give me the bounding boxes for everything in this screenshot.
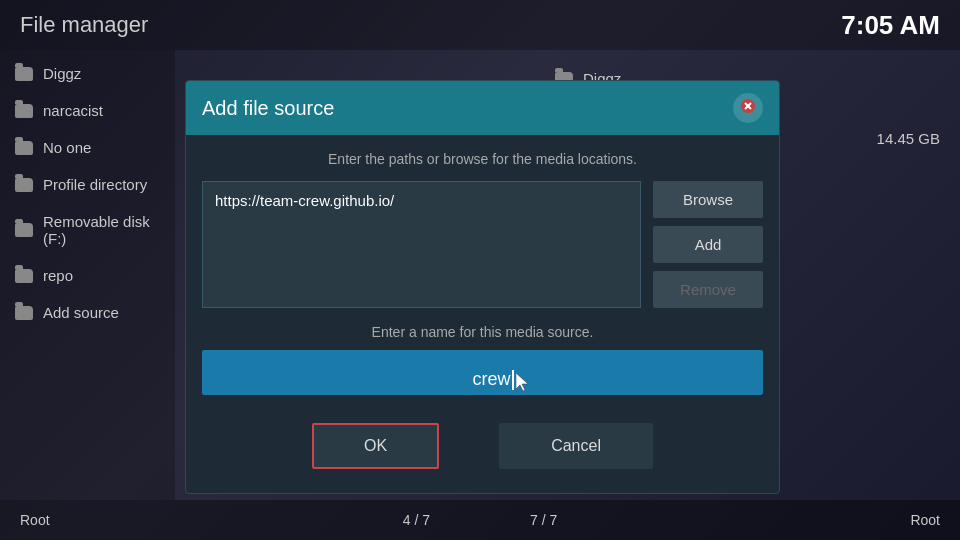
dialog-action-buttons: OK Cancel: [202, 423, 763, 477]
footer: Root 4 / 7 7 / 7 Root: [0, 500, 960, 540]
footer-right: Root: [910, 512, 940, 528]
remove-button[interactable]: Remove: [653, 271, 763, 308]
clock: 7:05 AM: [841, 10, 940, 41]
sidebar-item-label: Diggz: [43, 65, 81, 82]
folder-icon: [15, 67, 33, 81]
sidebar-item-profile-directory[interactable]: Profile directory: [0, 166, 175, 203]
cancel-button[interactable]: Cancel: [499, 423, 653, 469]
sidebar-item-label: repo: [43, 267, 73, 284]
sidebar: Diggz narcacist No one Profile directory…: [0, 50, 175, 500]
add-file-source-dialog: Add file source Enter the paths or brows…: [185, 80, 780, 494]
header: File manager 7:05 AM: [0, 0, 960, 50]
sidebar-item-repo[interactable]: repo: [0, 257, 175, 294]
browse-button[interactable]: Browse: [653, 181, 763, 218]
app-title: File manager: [20, 12, 148, 38]
sidebar-item-label: Profile directory: [43, 176, 147, 193]
action-buttons: Browse Add Remove: [653, 181, 763, 308]
url-area[interactable]: https://team-crew.github.io/: [202, 181, 641, 308]
media-source-name-input[interactable]: [202, 350, 763, 395]
dialog-body: Enter the paths or browse for the media …: [186, 135, 779, 493]
folder-icon: [15, 306, 33, 320]
dialog-content-row: https://team-crew.github.io/ Browse Add …: [202, 181, 763, 308]
folder-icon: [15, 223, 33, 237]
sidebar-item-label: Add source: [43, 304, 119, 321]
footer-center: 4 / 7 7 / 7: [403, 512, 558, 528]
sidebar-item-label: Removable disk (F:): [43, 213, 160, 247]
folder-icon: [15, 104, 33, 118]
dialog-subtitle: Enter the paths or browse for the media …: [202, 151, 763, 167]
sidebar-item-narcacist[interactable]: narcacist: [0, 92, 175, 129]
name-label: Enter a name for this media source.: [202, 324, 763, 340]
sidebar-item-noone[interactable]: No one: [0, 129, 175, 166]
sidebar-item-label: narcacist: [43, 102, 103, 119]
close-icon: [741, 99, 755, 117]
footer-left: Root: [20, 512, 50, 528]
dialog-title: Add file source: [202, 97, 334, 120]
sidebar-item-removable-disk[interactable]: Removable disk (F:): [0, 203, 175, 257]
folder-icon: [15, 141, 33, 155]
sidebar-item-add-source[interactable]: Add source: [0, 294, 175, 331]
sidebar-item-diggz[interactable]: Diggz: [0, 55, 175, 92]
dialog-close-button[interactable]: [733, 93, 763, 123]
ok-button[interactable]: OK: [312, 423, 439, 469]
add-button[interactable]: Add: [653, 226, 763, 263]
folder-icon: [15, 178, 33, 192]
folder-icon: [15, 269, 33, 283]
url-text: https://team-crew.github.io/: [215, 192, 394, 209]
dialog-header: Add file source: [186, 81, 779, 135]
footer-page-left: 4 / 7: [403, 512, 430, 528]
sidebar-item-label: No one: [43, 139, 91, 156]
disk-size: 14.45 GB: [877, 130, 940, 147]
footer-page-right: 7 / 7: [530, 512, 557, 528]
